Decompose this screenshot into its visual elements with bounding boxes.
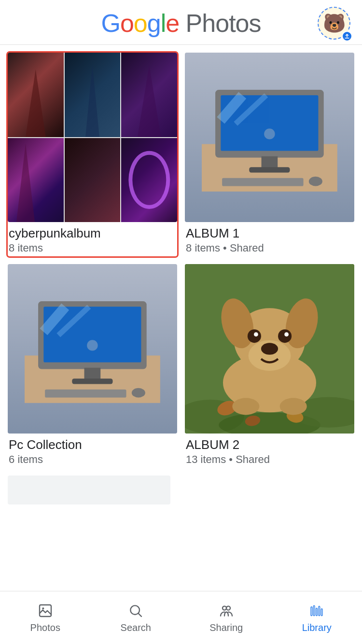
dog-image — [185, 264, 354, 434]
collage-cell-6 — [121, 138, 177, 223]
library-icon — [308, 602, 325, 619]
svg-rect-39 — [40, 605, 51, 616]
album-item-pc-collection[interactable]: Pc Collection 6 items — [8, 264, 177, 468]
svg-point-17 — [87, 340, 97, 350]
svg-rect-44 — [311, 607, 312, 616]
svg-rect-47 — [319, 606, 320, 616]
album-thumbnail-cyberpunk — [8, 53, 177, 222]
svg-point-38 — [280, 398, 307, 415]
album-info-pc: Pc Collection 6 items — [8, 434, 177, 468]
svg-rect-6 — [249, 167, 290, 172]
album-name-pc: Pc Collection — [9, 437, 176, 452]
nav-label-search: Search — [121, 622, 151, 633]
album-grid: cyberpunkalbum 8 items — [8, 53, 354, 468]
album-info-cyberpunk: cyberpunkalbum 8 items — [8, 222, 177, 256]
album-item-album1[interactable]: ALBUM 1 8 items • Shared — [185, 53, 354, 256]
search-icon — [127, 602, 144, 619]
svg-point-35 — [254, 332, 258, 336]
photos-icon — [37, 602, 54, 619]
album-info-album2: ALBUM 2 13 items • Shared — [185, 434, 354, 468]
svg-rect-8 — [222, 178, 303, 186]
upload-badge — [342, 31, 352, 42]
nav-label-sharing: Sharing — [209, 622, 243, 633]
sharing-icon — [218, 602, 235, 619]
album-item-cyberpunkalbum[interactable]: cyberpunkalbum 8 items — [8, 53, 177, 256]
bottom-nav: Photos Search Sharing — [0, 591, 362, 644]
avatar[interactable]: 🐻 — [318, 7, 352, 42]
svg-point-33 — [248, 329, 261, 343]
svg-rect-15 — [84, 368, 101, 380]
nav-item-photos[interactable]: Photos — [0, 602, 91, 633]
album-info-album1: ALBUM 1 8 items • Shared — [185, 222, 354, 256]
monitor-image-2 — [8, 264, 177, 434]
svg-point-43 — [226, 606, 230, 610]
svg-point-34 — [278, 329, 292, 343]
collage-cell-2 — [65, 53, 121, 137]
partial-row — [8, 476, 354, 504]
album-name-album2: ALBUM 2 — [186, 437, 353, 452]
nav-item-library[interactable]: Library — [272, 602, 362, 633]
nav-item-sharing[interactable]: Sharing — [181, 602, 272, 633]
album-meta-album2: 13 items • Shared — [186, 453, 353, 466]
partial-album[interactable] — [8, 476, 170, 504]
main-content: cyberpunkalbum 8 items — [0, 45, 362, 562]
svg-rect-16 — [72, 378, 112, 384]
svg-rect-5 — [262, 156, 278, 168]
album-thumbnail-album1 — [185, 53, 354, 222]
monitor-image-1 — [185, 53, 354, 222]
app-title: Google Photos — [101, 9, 261, 38]
album-meta-pc: 6 items — [9, 453, 176, 466]
svg-rect-45 — [314, 605, 315, 616]
album-meta-cyberpunk: 8 items — [9, 242, 176, 254]
svg-point-37 — [232, 398, 259, 415]
nav-item-search[interactable]: Search — [91, 602, 181, 633]
svg-rect-18 — [45, 390, 126, 398]
svg-point-32 — [261, 343, 278, 355]
album-thumbnail-pc — [8, 264, 177, 434]
album-meta-album1: 8 items • Shared — [186, 242, 353, 254]
collage-cell-4 — [8, 138, 64, 223]
collage-cell-1 — [8, 53, 64, 137]
collage-cell-5 — [65, 138, 121, 223]
album-name-album1: ALBUM 1 — [186, 226, 353, 241]
nav-label-photos: Photos — [30, 622, 60, 633]
svg-point-9 — [309, 177, 322, 186]
album-item-album2[interactable]: ALBUM 2 13 items • Shared — [185, 264, 354, 468]
svg-point-7 — [264, 128, 275, 139]
album-thumbnail-album2 — [185, 264, 354, 434]
svg-point-40 — [42, 607, 44, 609]
album-name-cyberpunk: cyberpunkalbum — [9, 226, 176, 241]
collage-cell-3 — [121, 53, 177, 137]
svg-rect-46 — [316, 608, 318, 616]
svg-point-36 — [284, 332, 289, 336]
nav-label-library: Library — [302, 622, 332, 633]
svg-point-19 — [132, 388, 145, 398]
header: Google Photos 🐻 — [0, 0, 362, 45]
svg-rect-48 — [321, 609, 323, 616]
svg-point-42 — [223, 606, 226, 610]
